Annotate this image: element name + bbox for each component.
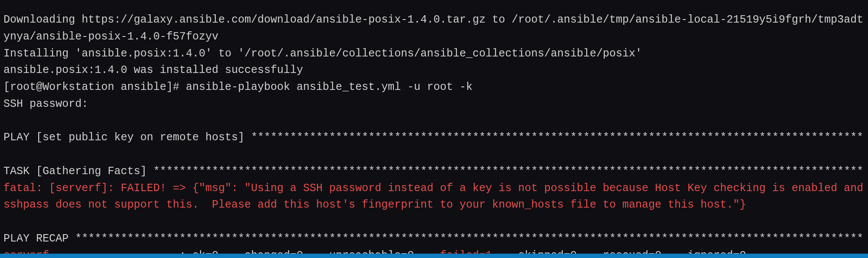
- task-header: TASK [Gathering Facts] *****************…: [3, 165, 863, 178]
- terminal-prompt: [root@Workstation ansible]# ansible-play…: [3, 81, 472, 93]
- play-header: PLAY [set public key on remote hosts] **…: [3, 131, 863, 144]
- terminal-line: Downloading https://galaxy.ansible.com/d…: [3, 13, 863, 43]
- terminal-line: ansible.posix:1.4.0 was installed succes…: [3, 64, 303, 76]
- terminal-line: Installing 'ansible.posix:1.4.0' to '/ro…: [3, 47, 642, 60]
- terminal-line: SSH password:: [3, 98, 88, 110]
- status-bar: [0, 254, 868, 258]
- recap-header: PLAY RECAP *****************************…: [3, 232, 863, 245]
- terminal-output[interactable]: Downloading https://galaxy.ansible.com/d…: [0, 11, 868, 258]
- fatal-error: fatal: [serverf]: FAILED! => {"msg": "Us…: [3, 182, 868, 212]
